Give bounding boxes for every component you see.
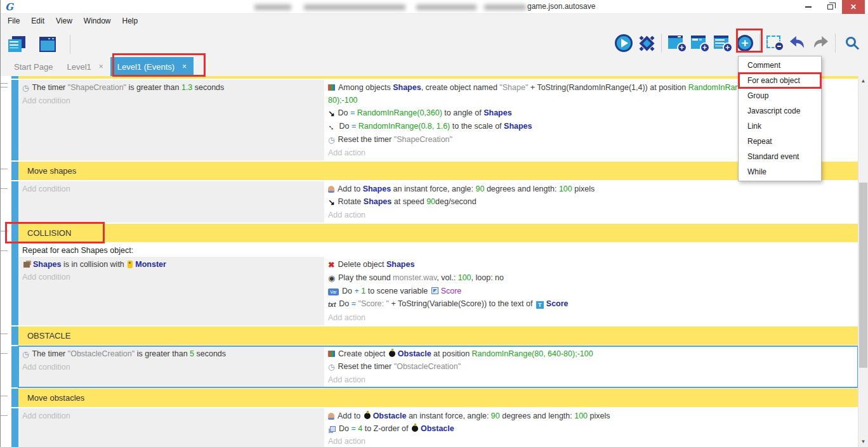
event-line[interactable]: Reset the timer "ObstacleCreation"	[324, 360, 858, 373]
event-drag-strip[interactable]	[11, 224, 18, 242]
menu-bar: File Edit View Window Help	[1, 14, 868, 28]
add-placeholder[interactable]: Add condition	[18, 361, 324, 373]
event-line[interactable]: Delete object Shapes	[324, 258, 858, 271]
text-segment: Do	[342, 287, 354, 295]
menu-edit[interactable]: Edit	[25, 16, 50, 25]
event-line[interactable]: The timer "ObstacleCreation" is greater …	[18, 347, 324, 361]
actions-cell[interactable]: Add to Shapes an instant force, angle: 9…	[324, 181, 858, 223]
actions-cell[interactable]: Add to Obstacle an instant force, angle:…	[324, 408, 858, 447]
add-placeholder[interactable]: Add action	[324, 311, 858, 324]
event-line[interactable]: Do = 4 to Z-order of Obstacle	[324, 422, 858, 435]
remove-event-icon[interactable]	[763, 31, 786, 55]
scrollbar-thumb[interactable]	[859, 183, 867, 368]
menu-item-standard-event[interactable]: Standard event	[739, 149, 821, 164]
menu-item-repeat[interactable]: Repeat	[739, 134, 821, 149]
var-icon	[328, 288, 339, 295]
add-placeholder[interactable]: Add action	[324, 373, 858, 386]
search-icon[interactable]	[839, 31, 862, 55]
event-body[interactable]: Repeat for each Shapes object:Shapes is …	[18, 243, 858, 325]
tab-level1-events[interactable]: Level1 (Events) ×	[110, 57, 194, 76]
menu-item-group[interactable]: Group	[739, 88, 821, 103]
conditions-cell[interactable]: Add condition	[18, 181, 324, 223]
tab-level1[interactable]: Level1 ×	[60, 57, 110, 76]
tab-start-page[interactable]: Start Page	[7, 57, 60, 76]
event-drag-strip[interactable]	[11, 346, 18, 387]
menu-item-comment[interactable]: Comment	[739, 58, 821, 73]
event-gutter	[1, 408, 11, 447]
menu-window[interactable]: Window	[78, 16, 117, 25]
add-placeholder[interactable]: Add condition	[18, 271, 324, 283]
add-placeholder[interactable]: Add condition	[18, 183, 324, 195]
event-drag-strip[interactable]	[11, 408, 18, 447]
project-manager-icon[interactable]	[36, 32, 59, 56]
event-line[interactable]: Do = "Score: " + ToString(Variable(Score…	[324, 297, 858, 311]
menu-item-link[interactable]: Link	[739, 119, 821, 134]
event-gutter	[1, 76, 11, 79]
event-drag-strip[interactable]	[11, 389, 18, 407]
open-project-icon[interactable]	[6, 32, 29, 56]
add-placeholder[interactable]: Add action	[324, 435, 858, 447]
text-segment: RandomInRange(0,360)	[357, 108, 442, 117]
menu-file[interactable]: File	[2, 16, 25, 25]
close-button[interactable]: ✕	[842, 0, 865, 14]
menu-view[interactable]: View	[50, 16, 78, 25]
event-line[interactable]: The timer "ShapeCreation" is greater tha…	[18, 81, 324, 94]
scroll-up-icon[interactable]: ▲	[858, 76, 868, 86]
timer-icon	[22, 82, 29, 94]
event-line[interactable]: Rotate Shapes at speed 90deg/second	[324, 195, 858, 209]
event-line[interactable]: Play the sound monster.wav, vol.: 100, l…	[324, 271, 858, 285]
undo-icon[interactable]	[786, 31, 809, 55]
comment-bar[interactable]: COLLISION	[18, 224, 858, 242]
event-body[interactable]: Add conditionAdd to Shapes an instant fo…	[18, 181, 858, 223]
scroll-down-icon[interactable]: ▼	[858, 437, 868, 446]
event-body[interactable]: The timer "ShapeCreation" is greater tha…	[18, 80, 858, 160]
comment-bar[interactable]: Move obstacles	[18, 389, 858, 407]
event-line[interactable]: Shapes is in collision with Monster	[18, 258, 324, 271]
conditions-cell[interactable]: The timer "ObstacleCreation" is greater …	[18, 346, 324, 387]
event-line[interactable]: Add to Obstacle an instant force, angle:…	[324, 410, 858, 422]
close-tab-icon[interactable]: ×	[99, 62, 103, 71]
event-drag-strip[interactable]	[11, 162, 18, 180]
event-drag-strip[interactable]	[11, 327, 18, 345]
debug-icon[interactable]	[635, 31, 658, 55]
add-other-event-icon[interactable]: +	[733, 31, 756, 55]
add-comment-event-icon[interactable]: +	[711, 31, 733, 55]
close-tab-icon[interactable]: ×	[182, 62, 187, 71]
add-subevent-icon[interactable]: +	[688, 31, 711, 55]
redo-icon[interactable]	[809, 31, 832, 55]
menu-help[interactable]: Help	[117, 16, 144, 25]
event-body[interactable]: Add conditionAdd to Obstacle an instant …	[18, 408, 858, 447]
restore-button[interactable]	[820, 0, 839, 14]
actions-cell[interactable]: Delete object ShapesPlay the sound monst…	[324, 257, 858, 325]
event-drag-strip[interactable]	[11, 181, 18, 223]
add-placeholder[interactable]: Add condition	[18, 94, 324, 107]
add-placeholder[interactable]: Add action	[324, 209, 858, 221]
comment-bar[interactable]	[18, 76, 858, 79]
menu-item-javascript-code[interactable]: Javascript code	[739, 103, 821, 119]
timer-icon	[22, 348, 29, 361]
comment-bar[interactable]: OBSTACLE	[18, 327, 858, 345]
create-icon	[328, 351, 335, 357]
menu-item-while[interactable]: While	[739, 164, 821, 179]
event-line[interactable]: Add to Shapes an instant force, angle: 9…	[324, 183, 858, 195]
actions-cell[interactable]: Create object Obstacle at position Rando…	[324, 346, 858, 387]
scenevar-icon	[431, 287, 438, 294]
event-body[interactable]: The timer "ObstacleCreation" is greater …	[18, 346, 858, 387]
conditions-cell[interactable]: Shapes is in collision with MonsterAdd c…	[18, 257, 324, 325]
comment-bar[interactable]: Move shapes	[18, 162, 858, 180]
conditions-cell[interactable]: The timer "ShapeCreation" is greater tha…	[18, 80, 324, 160]
menu-item-for-each-object[interactable]: For each object	[739, 73, 821, 88]
event-drag-strip[interactable]	[11, 80, 18, 160]
event-line[interactable]: Do + 1 to scene variable Score	[324, 285, 858, 297]
toolbar-separator	[835, 34, 836, 53]
conditions-cell[interactable]: Add condition	[18, 408, 324, 447]
rotate-icon	[328, 196, 334, 209]
event-drag-strip[interactable]	[11, 243, 18, 325]
add-placeholder[interactable]: Add condition	[18, 410, 324, 422]
play-icon[interactable]	[612, 31, 635, 55]
vertical-scrollbar[interactable]: ▲ ▼	[858, 76, 868, 447]
add-event-icon[interactable]: +	[665, 31, 688, 55]
minimize-button[interactable]	[799, 0, 818, 14]
event-drag-strip[interactable]	[11, 76, 18, 79]
event-line[interactable]: Create object Obstacle at position Rando…	[324, 347, 858, 360]
